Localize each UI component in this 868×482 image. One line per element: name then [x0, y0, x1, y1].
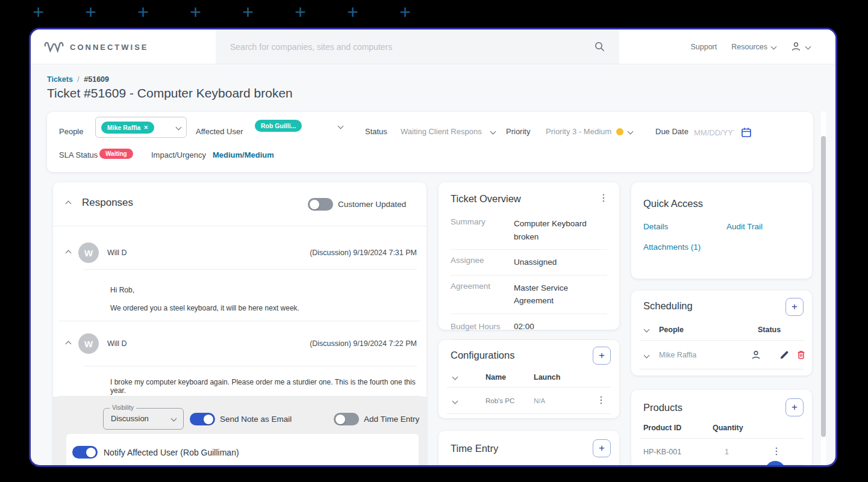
affected-user-chip[interactable]: Rob Guilli...	[255, 120, 302, 132]
quantity-header: Quantity	[713, 424, 743, 432]
send-note-as-email-toggle[interactable]	[190, 413, 215, 425]
divider	[640, 438, 804, 439]
audit-trail-link[interactable]: Audit Trail	[726, 222, 763, 231]
attachments-link[interactable]: Attachments (1)	[643, 243, 701, 252]
kebab-menu-icon[interactable]: ⋮	[772, 446, 781, 456]
collapse-responses-icon[interactable]	[66, 201, 72, 207]
ticket-overview-card: Ticket Overview ⋮ Summary Computer Keybo…	[439, 182, 619, 330]
divider	[84, 269, 417, 270]
people-chip[interactable]: Mike Raffia ✕	[101, 122, 154, 134]
overview-row: Summary Computer Keyboard broken	[451, 211, 607, 250]
avatar: W	[78, 333, 99, 354]
overview-row-value: 02:00	[514, 320, 607, 333]
details-link[interactable]: Details	[643, 222, 668, 231]
divider	[84, 366, 417, 366]
priority-dot-icon	[616, 128, 623, 135]
chevron-down-icon[interactable]	[452, 374, 458, 380]
status-select[interactable]: Waiting Client Respons	[401, 127, 498, 136]
account-menu[interactable]	[790, 41, 810, 52]
chevron-down-icon	[805, 44, 811, 50]
scheduling-row-person: Mike Raffia	[659, 351, 696, 359]
toggle-knob	[336, 415, 345, 424]
breadcrumb-tickets-link[interactable]: Tickets	[47, 75, 73, 84]
search-placeholder: Search for companies, sites and computer…	[230, 42, 595, 52]
divider	[59, 321, 420, 321]
delete-trash-icon[interactable]	[796, 349, 807, 360]
overview-row: Agreement Master Service Agreement	[451, 276, 607, 314]
search-icon[interactable]	[595, 42, 605, 52]
divider	[53, 226, 426, 226]
config-row-name[interactable]: Rob's PC	[486, 397, 514, 404]
priority-label: Priority	[506, 127, 530, 136]
due-date-input[interactable]: MM/DD/YYYY	[694, 126, 752, 138]
assignee-icon[interactable]	[751, 350, 761, 360]
responses-card: Responses Customer Updated W Will D (Dis…	[53, 182, 426, 467]
top-navigation-bar: CONNECTWISE Search for companies, sites …	[31, 29, 835, 64]
add-schedule-button[interactable]: +	[785, 298, 804, 316]
overview-row-label: Budget Hours	[451, 320, 514, 333]
app-window: CONNECTWISE Search for companies, sites …	[29, 28, 837, 467]
response-author: Will D	[107, 339, 127, 348]
priority-select[interactable]: Priority 3 - Medium	[546, 127, 632, 136]
add-time-entry-toggle[interactable]	[334, 413, 359, 425]
add-product-button[interactable]: +	[785, 398, 804, 416]
responses-title: Responses	[82, 197, 133, 209]
resources-label: Resources	[731, 43, 767, 51]
affected-user-select[interactable]: Rob Guilli...	[255, 120, 343, 132]
config-launch-header: Launch	[534, 373, 560, 382]
scheduling-title: Scheduling	[643, 300, 693, 312]
plus-decoration-icon: +	[136, 1, 150, 23]
resources-menu[interactable]: Resources	[731, 43, 776, 51]
response-body-line: We ordered you a steel keyboard, it will…	[110, 304, 299, 312]
divider	[447, 387, 611, 388]
add-configuration-button[interactable]: +	[593, 347, 611, 365]
chevron-down-icon[interactable]	[452, 398, 458, 404]
kebab-menu-icon[interactable]: ⋮	[596, 395, 606, 405]
breadcrumb-ticket-id: #51609	[84, 75, 109, 84]
scheduling-status-header: Status	[758, 326, 781, 334]
notify-affected-user-toggle[interactable]	[72, 446, 98, 459]
page-scrollbar-thumb[interactable]	[821, 136, 826, 437]
screenshot-stage: + + + + + + + + CONNECTWISE Search for c…	[0, 0, 868, 482]
chip-remove-icon[interactable]: ✕	[143, 125, 148, 131]
ticket-fields-card: People Mike Raffia ✕ Affected User Rob G…	[47, 112, 813, 172]
visibility-floating-label: Visibility	[110, 404, 136, 411]
toggle-knob	[204, 415, 213, 424]
overview-row-value: Unassigned	[514, 256, 607, 269]
chevron-down-icon[interactable]	[644, 353, 650, 359]
breadcrumb: Tickets / #51609	[47, 75, 109, 84]
plus-decoration-icon: +	[241, 1, 255, 23]
visibility-value: Discussion	[111, 414, 149, 423]
global-search-input[interactable]: Search for companies, sites and computer…	[216, 29, 619, 64]
configurations-card: Configurations + Name Launch Rob's PC N/…	[439, 340, 619, 418]
kebab-menu-icon[interactable]: ⋮	[599, 193, 608, 203]
status-value: Waiting Client Respons	[401, 127, 491, 136]
edit-pencil-icon[interactable]	[779, 350, 790, 360]
collapse-entry-icon[interactable]	[66, 250, 72, 256]
collapse-entry-icon[interactable]	[66, 341, 72, 347]
plus-decoration-icon: +	[293, 1, 307, 23]
plus-decoration-icon: +	[398, 1, 412, 23]
connectwise-logo[interactable]: CONNECTWISE	[44, 29, 149, 64]
configurations-title: Configurations	[451, 350, 514, 361]
notify-affected-user-label: Notify Affected User (Rob Guilliman)	[104, 448, 239, 457]
connectwise-owl-icon	[44, 41, 64, 53]
status-label: Status	[365, 127, 387, 136]
divider	[640, 340, 804, 341]
people-chip-label: Mike Raffia	[107, 124, 140, 131]
note-text-input[interactable]	[101, 466, 396, 467]
calendar-icon[interactable]	[740, 126, 752, 138]
config-row-launch: N/A	[534, 397, 545, 404]
chevron-down-icon[interactable]	[644, 327, 650, 333]
customer-updated-toggle[interactable]	[308, 198, 333, 211]
quick-access-card: Quick Access Details Audit Trail Attachm…	[631, 182, 812, 279]
visibility-select[interactable]: Visibility Discussion	[103, 408, 184, 430]
products-card: Products + Product ID Quantity HP-KB-001…	[631, 390, 812, 467]
add-time-entry-button[interactable]: +	[593, 439, 611, 457]
people-select[interactable]: Mike Raffia ✕	[95, 117, 187, 138]
plus-decoration-icon: +	[84, 1, 98, 23]
overview-row-value: Computer Keyboard broken	[514, 217, 607, 243]
chevron-down-icon	[171, 416, 177, 422]
support-link[interactable]: Support	[690, 43, 717, 51]
page-scrollbar-track[interactable]	[821, 111, 826, 465]
